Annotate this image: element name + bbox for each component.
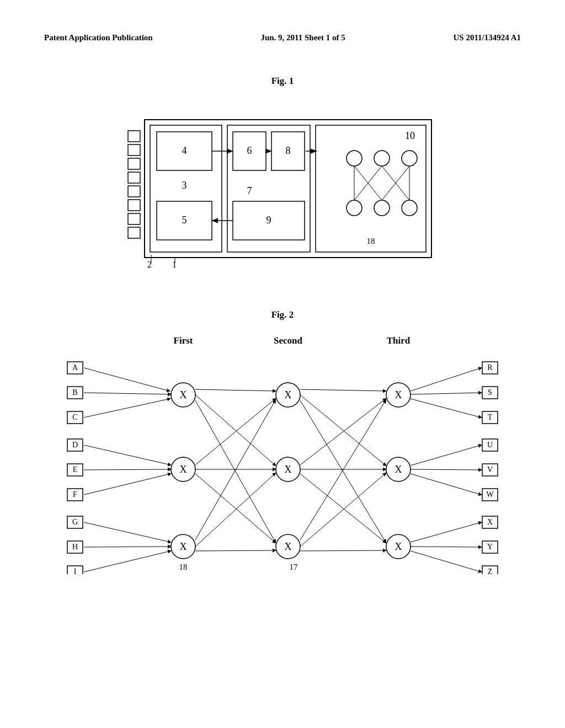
svg-rect-0 [128, 131, 140, 142]
svg-text:T: T [488, 413, 493, 421]
svg-text:Z: Z [488, 568, 493, 574]
svg-text:U: U [487, 441, 493, 449]
fig2-label: Fig. 2 [44, 309, 521, 320]
svg-rect-7 [128, 227, 140, 238]
svg-line-131 [411, 393, 481, 394]
svg-line-106 [84, 445, 170, 465]
svg-line-137 [411, 547, 481, 547]
header-left: Patent Application Publication [44, 33, 153, 42]
svg-text:X: X [395, 541, 402, 552]
svg-text:Y: Y [487, 543, 493, 551]
fig1-diagram: 4 3 5 6 8 7 9 [122, 98, 443, 276]
svg-line-134 [411, 469, 481, 470]
header: Patent Application Publication Jun. 9, 2… [44, 33, 521, 42]
svg-line-121 [300, 389, 386, 391]
fig1-label: Fig. 1 [44, 76, 521, 87]
svg-rect-2 [128, 158, 140, 169]
svg-rect-3 [128, 172, 140, 183]
svg-line-120 [195, 550, 275, 551]
svg-text:Second: Second [274, 335, 303, 346]
svg-text:18: 18 [367, 237, 375, 245]
svg-line-138 [411, 551, 481, 572]
svg-line-130 [411, 368, 481, 391]
svg-line-109 [84, 522, 170, 542]
svg-text:17: 17 [290, 563, 299, 571]
svg-text:C: C [72, 413, 77, 421]
svg-text:X: X [395, 464, 402, 475]
svg-text:X: X [487, 518, 493, 526]
svg-text:8: 8 [286, 145, 291, 156]
svg-line-105 [84, 399, 170, 417]
svg-text:W: W [486, 490, 494, 499]
svg-text:X: X [285, 464, 292, 475]
svg-line-107 [84, 469, 170, 470]
svg-rect-4 [128, 186, 140, 197]
svg-rect-8 [145, 120, 431, 258]
svg-line-133 [411, 445, 481, 465]
svg-text:X: X [180, 389, 187, 400]
fig2-diagram: First Second Third A B C D E F G [56, 331, 509, 576]
svg-rect-5 [128, 200, 140, 211]
svg-text:First: First [174, 335, 193, 346]
svg-point-34 [402, 200, 417, 216]
svg-point-33 [374, 200, 390, 216]
svg-rect-1 [128, 144, 140, 156]
svg-text:X: X [285, 541, 292, 552]
svg-text:E: E [73, 465, 78, 474]
svg-text:S: S [488, 388, 492, 397]
svg-text:7: 7 [247, 185, 252, 196]
svg-text:G: G [72, 518, 78, 526]
svg-text:4: 4 [182, 145, 187, 156]
svg-text:D: D [72, 441, 78, 449]
page: Patent Application Publication Jun. 9, 2… [0, 0, 565, 728]
svg-text:H: H [72, 543, 78, 551]
svg-point-31 [402, 151, 417, 166]
svg-text:X: X [180, 464, 187, 475]
svg-text:X: X [285, 389, 292, 400]
svg-text:R: R [487, 363, 493, 372]
svg-text:9: 9 [266, 215, 271, 226]
svg-rect-6 [128, 213, 140, 224]
svg-line-135 [411, 474, 481, 495]
svg-text:6: 6 [247, 145, 252, 156]
svg-text:18: 18 [179, 563, 188, 571]
svg-line-103 [84, 368, 169, 391]
svg-text:B: B [72, 388, 77, 397]
svg-point-30 [374, 151, 390, 166]
svg-text:3: 3 [182, 180, 187, 191]
svg-point-32 [347, 200, 362, 216]
svg-text:10: 10 [405, 130, 415, 141]
svg-rect-15 [227, 125, 310, 252]
svg-line-104 [84, 393, 170, 394]
svg-line-111 [84, 551, 170, 572]
svg-text:F: F [73, 490, 77, 499]
header-right: US 2011/134924 A1 [453, 33, 521, 42]
svg-line-132 [411, 399, 481, 417]
svg-text:V: V [487, 465, 493, 474]
svg-text:Third: Third [387, 335, 411, 346]
svg-text:X: X [180, 541, 187, 552]
svg-text:I: I [74, 568, 77, 574]
svg-text:A: A [72, 363, 78, 372]
svg-line-112 [195, 389, 275, 391]
header-center: Jun. 9, 2011 Sheet 1 of 5 [260, 33, 345, 42]
fig1-svg: 4 3 5 6 8 7 9 [122, 98, 443, 274]
svg-text:5: 5 [182, 215, 187, 226]
svg-text:1: 1 [172, 260, 177, 269]
svg-point-29 [347, 151, 362, 166]
fig2-svg: First Second Third A B C D E F G [56, 331, 509, 574]
svg-line-108 [84, 474, 170, 495]
svg-line-110 [84, 547, 170, 547]
svg-text:X: X [395, 389, 402, 400]
svg-line-136 [411, 522, 481, 542]
svg-line-129 [300, 550, 386, 551]
